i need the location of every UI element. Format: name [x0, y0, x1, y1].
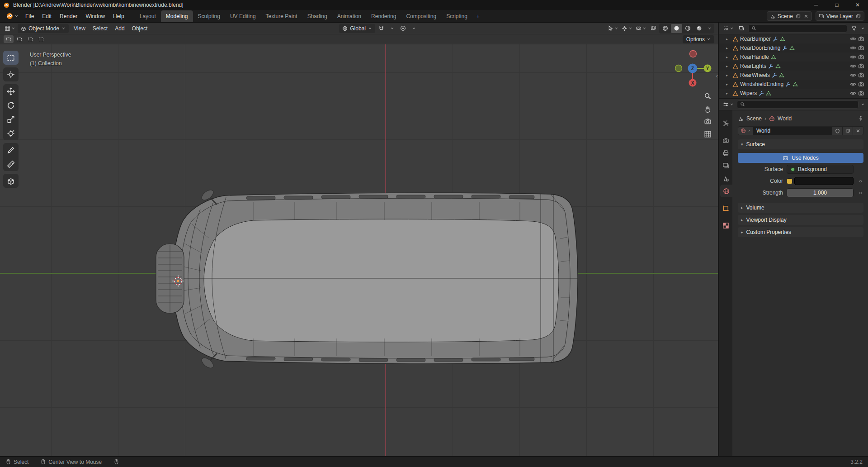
shading-solid-button[interactable] [671, 24, 682, 33]
tool-add-cube[interactable] [3, 174, 19, 188]
close-button[interactable]: ✕ [847, 0, 868, 10]
animate-color-button[interactable] [857, 180, 863, 182]
new-view-layer-button[interactable] [855, 14, 861, 19]
mode-dropdown[interactable]: Object Mode [18, 24, 69, 33]
outliner-search-input[interactable] [759, 25, 844, 32]
properties-tab-texture[interactable] [719, 219, 732, 232]
menu-file[interactable]: File [21, 11, 38, 21]
outliner-item-windshieldending[interactable]: ▸WindshieldEnding [719, 80, 868, 89]
navigation-gizmo[interactable]: Y X Z [675, 48, 716, 91]
properties-tab-tool[interactable] [719, 117, 732, 129]
disable-in-renders-toggle[interactable] [858, 90, 864, 96]
new-world-button[interactable] [843, 126, 853, 135]
shading-rendered-button[interactable] [693, 24, 705, 33]
workspace-tab-shading[interactable]: Shading [302, 10, 332, 22]
outliner-item-rearwheels[interactable]: ▸RearWheels [719, 71, 868, 80]
outliner-item-rearlights[interactable]: ▸RearLights [719, 62, 868, 71]
panel-surface[interactable]: ▾ Surface [738, 139, 863, 149]
tool-scale[interactable] [3, 112, 19, 126]
overlays-dropdown[interactable] [635, 24, 647, 33]
animate-strength-button[interactable] [857, 192, 863, 194]
hide-in-viewport-toggle[interactable] [850, 63, 856, 69]
maximize-button[interactable]: □ [826, 0, 847, 10]
panel-viewport-display[interactable]: ▸Viewport Display [738, 215, 863, 225]
strength-slider[interactable]: 1.000 [787, 188, 854, 197]
disable-in-renders-toggle[interactable] [858, 36, 864, 42]
editor-type-button[interactable] [4, 24, 16, 33]
properties-tab-scene[interactable] [719, 172, 732, 185]
blender-menu-button[interactable] [4, 13, 21, 19]
viewport-menu-object[interactable]: Object [128, 24, 151, 33]
tool-transform[interactable] [3, 126, 19, 140]
menu-edit[interactable]: Edit [38, 11, 56, 21]
properties-tab-view-layer[interactable] [719, 159, 732, 172]
outliner-search[interactable] [748, 24, 847, 33]
hide-in-viewport-toggle[interactable] [850, 81, 856, 87]
fake-user-button[interactable] [832, 126, 843, 135]
unlink-world-button[interactable] [853, 126, 863, 135]
properties-tab-render[interactable] [719, 134, 732, 147]
hide-in-viewport-toggle[interactable] [850, 45, 856, 51]
menu-window[interactable]: Window [81, 11, 109, 21]
expand-arrow-icon[interactable]: ▸ [726, 46, 731, 50]
disable-in-renders-toggle[interactable] [858, 81, 864, 87]
region-collapse-arrow[interactable]: ‹ [716, 72, 718, 79]
workspace-tab-scripting[interactable]: Scripting [441, 10, 472, 22]
options-dropdown[interactable]: Options [683, 35, 714, 43]
pin-id-button[interactable] [858, 116, 863, 121]
expand-arrow-icon[interactable]: ▸ [726, 37, 731, 41]
color-socket-icon[interactable] [787, 178, 793, 184]
minimize-button[interactable]: ─ [806, 0, 826, 10]
tool-select-box[interactable] [3, 51, 19, 65]
properties-search[interactable] [737, 100, 859, 109]
proportional-editing-toggle[interactable] [399, 24, 408, 33]
select-mode-intersect-button[interactable] [36, 35, 46, 43]
zoom-icon[interactable] [704, 92, 712, 100]
workspace-add-button[interactable]: + [472, 10, 484, 22]
viewport-menu-view[interactable]: View [70, 24, 89, 33]
disable-in-renders-toggle[interactable] [858, 45, 864, 51]
gizmo-axis-neg-x[interactable] [690, 51, 697, 57]
outliner-filter-button[interactable] [849, 24, 859, 33]
outliner-item-reardoorending[interactable]: ▸RearDoorEnding [719, 43, 868, 52]
hide-in-viewport-toggle[interactable] [850, 90, 856, 96]
shading-settings-dropdown[interactable] [705, 24, 714, 33]
panel-volume[interactable]: ▸Volume [738, 203, 863, 213]
hide-in-viewport-toggle[interactable] [850, 36, 856, 42]
tool-cursor[interactable] [3, 67, 19, 81]
menu-help[interactable]: Help [109, 11, 128, 21]
shading-material-button[interactable] [682, 24, 693, 33]
disable-in-renders-toggle[interactable] [858, 63, 864, 69]
new-scene-button[interactable] [795, 14, 801, 19]
tool-rotate[interactable] [3, 98, 19, 112]
tool-move[interactable] [3, 84, 19, 98]
ortho-grid-icon[interactable] [704, 130, 712, 138]
outliner-item-wipers[interactable]: ▸Wipers [719, 89, 868, 98]
xray-toggle[interactable] [649, 24, 658, 33]
panel-custom-properties[interactable]: ▸Custom Properties [738, 227, 863, 237]
viewport-menu-select[interactable]: Select [89, 24, 111, 33]
disable-in-renders-toggle[interactable] [858, 72, 864, 78]
workspace-tab-sculpting[interactable]: Sculpting [193, 10, 225, 22]
outliner-item-rearbumper[interactable]: ▸RearBumper [719, 34, 868, 43]
expand-arrow-icon[interactable]: ▸ [726, 64, 731, 68]
view-layer-selector[interactable]: View Layer [816, 11, 864, 21]
gizmos-dropdown[interactable] [621, 24, 633, 33]
workspace-tab-compositing[interactable]: Compositing [401, 10, 441, 22]
expand-arrow-icon[interactable]: ▸ [726, 91, 731, 95]
breadcrumb-scene[interactable]: Scene [746, 115, 762, 122]
unlink-scene-button[interactable] [803, 14, 809, 19]
properties-tab-world[interactable] [720, 185, 732, 197]
workspace-tab-rendering[interactable]: Rendering [366, 10, 401, 22]
proportional-falloff-dropdown[interactable] [410, 24, 419, 33]
outliner-display-mode-button[interactable] [737, 24, 746, 33]
hide-in-viewport-toggle[interactable] [850, 72, 856, 78]
tool-measure[interactable] [3, 157, 19, 171]
expand-arrow-icon[interactable]: ▸ [726, 55, 731, 59]
tool-annotate[interactable] [3, 143, 19, 157]
viewport-menu-add[interactable]: Add [111, 24, 128, 33]
chevron-down-icon[interactable] [861, 102, 865, 106]
workspace-tab-layout[interactable]: Layout [135, 10, 161, 22]
select-mode-extend-button[interactable] [14, 35, 24, 43]
expand-arrow-icon[interactable]: ▸ [726, 82, 731, 86]
